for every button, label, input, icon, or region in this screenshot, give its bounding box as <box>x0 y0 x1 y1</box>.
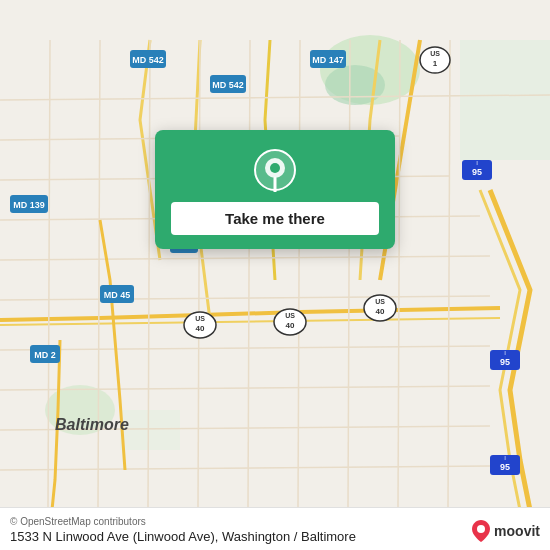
take-me-there-button[interactable]: Take me there <box>171 202 379 235</box>
svg-text:MD 2: MD 2 <box>34 350 56 360</box>
svg-text:MD 542: MD 542 <box>212 80 244 90</box>
svg-text:40: 40 <box>196 324 205 333</box>
svg-text:MD 147: MD 147 <box>312 55 344 65</box>
svg-text:40: 40 <box>286 321 295 330</box>
svg-text:1: 1 <box>433 59 438 68</box>
svg-rect-5 <box>120 410 180 450</box>
address-text: 1533 N Linwood Ave (Linwood Ave), Washin… <box>10 529 356 544</box>
svg-text:95: 95 <box>472 167 482 177</box>
bottom-bar: © OpenStreetMap contributors 1533 N Linw… <box>0 507 550 550</box>
svg-text:95: 95 <box>500 357 510 367</box>
map-attribution: © OpenStreetMap contributors <box>10 516 540 527</box>
svg-point-64 <box>477 525 485 533</box>
svg-point-63 <box>270 163 280 173</box>
svg-text:40: 40 <box>376 307 385 316</box>
svg-rect-3 <box>460 40 550 160</box>
svg-text:MD 45: MD 45 <box>104 290 131 300</box>
svg-text:Baltimore: Baltimore <box>55 416 129 433</box>
map-roads-layer: MD 542 MD 542 MD 147 US 1 MD 139 MD 45 M… <box>0 0 550 550</box>
moovit-logo: moovit <box>472 520 540 542</box>
moovit-pin-icon <box>472 520 490 542</box>
location-card: Take me there <box>155 130 395 249</box>
moovit-brand: moovit <box>494 523 540 539</box>
svg-text:US: US <box>285 312 295 319</box>
svg-text:MD 139: MD 139 <box>13 200 45 210</box>
svg-text:MD 542: MD 542 <box>132 55 164 65</box>
svg-text:US: US <box>430 50 440 57</box>
svg-text:US: US <box>375 298 385 305</box>
location-pin-icon <box>253 148 297 192</box>
svg-text:95: 95 <box>500 462 510 472</box>
map-container: MD 542 MD 542 MD 147 US 1 MD 139 MD 45 M… <box>0 0 550 550</box>
svg-text:US: US <box>195 315 205 322</box>
